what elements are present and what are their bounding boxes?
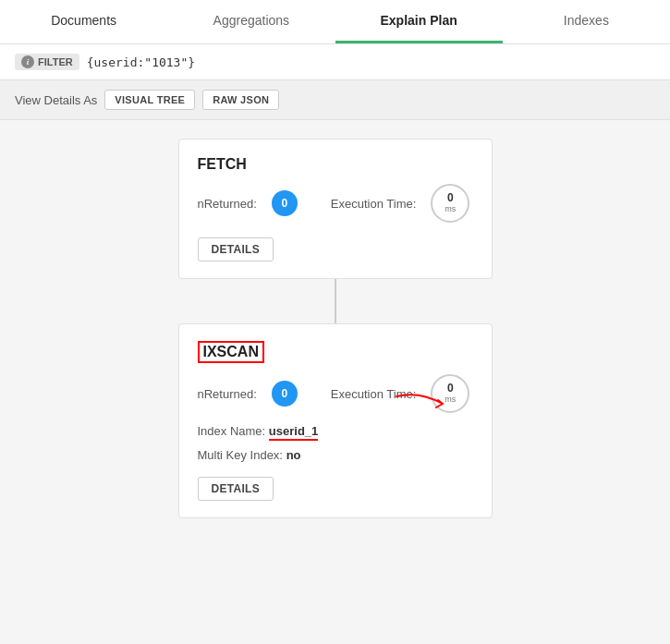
filter-query: {userid:"1013"} [87, 55, 195, 69]
fetch-stats-row: nReturned: 0 Execution Time: 0 ms [198, 184, 473, 223]
fetch-exec-time-unit: ms [445, 205, 456, 214]
filter-badge[interactable]: i FILTER [15, 54, 79, 70]
ixscan-card-title: IXSCAN [198, 341, 264, 363]
tab-explain-plan[interactable]: Explain Plan [335, 0, 503, 43]
ixscan-multi-key-label: Multi Key Index: [198, 448, 284, 462]
ixscan-exec-time-circle-container: 0 ms [431, 374, 469, 413]
visual-tree-button[interactable]: VISUAL TREE [104, 90, 195, 110]
connector-line-container [28, 279, 642, 323]
fetch-exec-time-circle: 0 ms [431, 184, 469, 223]
fetch-exec-time-label: Execution Time: [331, 197, 417, 211]
ixscan-exec-time-circle: 0 ms [431, 374, 469, 413]
view-bar: View Details As VISUAL TREE RAW JSON [0, 80, 670, 120]
fetch-card: FETCH nReturned: 0 Execution Time: 0 ms … [178, 139, 493, 279]
raw-json-button[interactable]: RAW JSON [202, 90, 279, 110]
main-content: FETCH nReturned: 0 Execution Time: 0 ms … [0, 120, 670, 537]
ixscan-index-name-row: Index Name: userid_1 [198, 424, 473, 441]
tab-documents[interactable]: Documents [0, 0, 167, 43]
fetch-card-title: FETCH [198, 156, 473, 173]
ixscan-multi-key-value: no [286, 448, 301, 462]
ixscan-multi-key-row: Multi Key Index: no [198, 448, 473, 462]
ixscan-exec-time-unit: ms [445, 395, 456, 405]
ixscan-index-name-label: Index Name: [198, 424, 266, 438]
ixscan-exec-time-label: Execution Time: [331, 387, 417, 401]
tab-bar: Documents Aggregations Explain Plan Inde… [0, 0, 670, 44]
filter-badge-label: FILTER [38, 56, 73, 67]
fetch-n-returned-label: nReturned: [198, 197, 257, 211]
connector-line [335, 279, 336, 323]
fetch-n-returned-value: 0 [272, 190, 298, 216]
ixscan-stats-row: nReturned: 0 Execution Time: 0 ms [198, 374, 473, 413]
fetch-details-button[interactable]: DETAILS [198, 237, 274, 261]
tab-indexes[interactable]: Indexes [503, 0, 670, 43]
ixscan-n-returned-value: 0 [272, 381, 298, 407]
ixscan-index-name-value: userid_1 [269, 424, 318, 441]
info-icon: i [21, 55, 34, 68]
filter-bar: i FILTER {userid:"1013"} [0, 44, 670, 80]
fetch-exec-time-circle-container: 0 ms [431, 184, 469, 223]
tab-aggregations[interactable]: Aggregations [167, 0, 335, 43]
ixscan-n-returned-label: nReturned: [198, 387, 257, 401]
fetch-exec-time-value: 0 [447, 192, 454, 204]
ixscan-details-button[interactable]: DETAILS [198, 477, 274, 501]
ixscan-exec-time-value: 0 [447, 383, 454, 395]
ixscan-card: IXSCAN nReturned: 0 Execution Time: 0 ms… [178, 323, 493, 518]
view-bar-label: View Details As [15, 93, 97, 107]
